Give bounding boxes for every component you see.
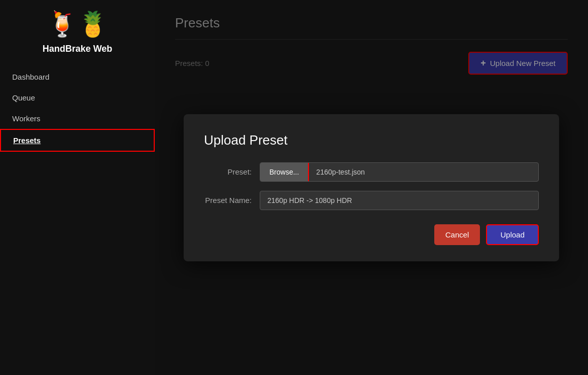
sidebar-nav: Dashboard Queue Workers Presets [0,66,155,152]
preset-label: Preset: [204,167,260,176]
preset-name-row: Preset Name: [204,191,539,210]
modal-actions: Cancel Upload [204,224,539,245]
file-name: 2160p-test.json [309,163,372,181]
upload-preset-modal: Upload Preset Preset: Browse... 2160p-te… [184,114,559,261]
sidebar: 🍹🍍 HandBrake Web Dashboard Queue Workers… [0,0,155,375]
cancel-button[interactable]: Cancel [434,224,480,245]
preset-name-label: Preset Name: [204,196,260,204]
app-title: HandBrake Web [43,44,113,54]
sidebar-item-queue[interactable]: Queue [0,87,155,108]
modal-title: Upload Preset [204,132,539,148]
preset-file-row: Preset: Browse... 2160p-test.json [204,162,539,182]
sidebar-item-workers[interactable]: Workers [0,108,155,129]
modal-overlay: Upload Preset Preset: Browse... 2160p-te… [155,0,588,375]
main-content: Presets Presets: 0 + Upload New Preset U… [155,0,588,375]
browse-button[interactable]: Browse... [260,163,309,181]
upload-button[interactable]: Upload [486,224,539,245]
sidebar-item-dashboard[interactable]: Dashboard [0,66,155,87]
app-logo: 🍹🍍 [47,10,108,39]
file-input-wrapper: Browse... 2160p-test.json [260,162,539,182]
sidebar-item-presets[interactable]: Presets [0,129,155,152]
preset-name-input[interactable] [260,191,539,210]
